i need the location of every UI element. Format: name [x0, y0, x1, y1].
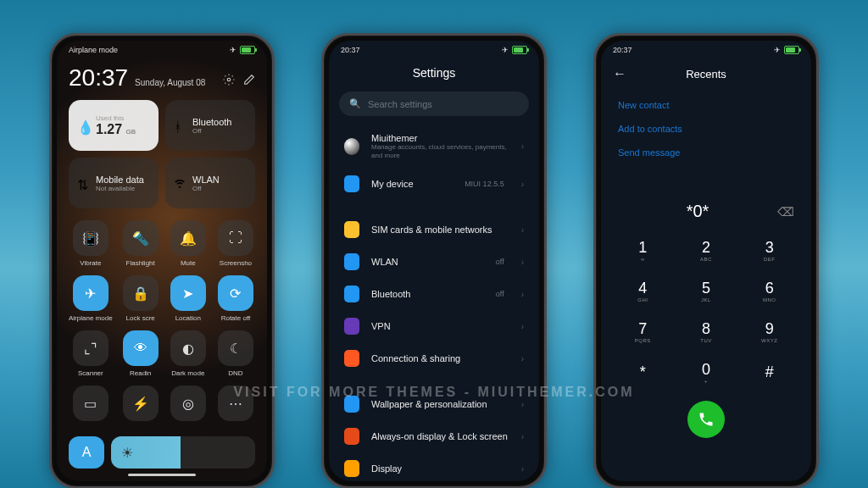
keypad-key[interactable]: 7 PQRS — [611, 311, 675, 352]
keypad-key[interactable]: 2 ABC — [675, 230, 738, 270]
status-bar: 20:37 ✈ — [329, 41, 539, 58]
key-digit: 3 — [765, 239, 774, 257]
keypad-key[interactable]: 1 ∞ — [611, 230, 675, 270]
auto-brightness-toggle[interactable]: A — [69, 436, 104, 469]
edit-icon[interactable] — [243, 74, 255, 86]
keypad-key[interactable]: 9 WXYZ — [737, 311, 801, 352]
keypad-key[interactable]: 3 DEF — [737, 230, 801, 270]
wlan-card[interactable]: WLAN Off — [165, 158, 255, 208]
keypad-key[interactable]: 4 GHI — [611, 270, 675, 311]
keypad-key[interactable]: 5 JKL — [675, 270, 738, 311]
flashlight-icon[interactable]: 🔦 — [123, 220, 159, 256]
scanner-icon[interactable]: ⌞⌝ — [73, 330, 108, 366]
quick-tile[interactable]: ◐ Dark mode — [169, 330, 208, 377]
keypad-key[interactable]: 0 + — [675, 352, 738, 392]
quick-tile[interactable]: 🔒 Lock scre — [121, 275, 160, 322]
status-time: 20:37 — [613, 46, 632, 54]
dialer-action-link[interactable]: New contact — [618, 93, 794, 117]
settings-item[interactable]: My device MIUI 12.5.5 › — [329, 168, 539, 200]
settings-value: MIUI 12.5.5 — [465, 180, 504, 188]
home-indicator[interactable] — [128, 474, 196, 476]
settings-item[interactable]: Always-on display & Lock screen › — [329, 420, 539, 452]
key-digit: 5 — [702, 280, 710, 297]
bluetooth-card[interactable]: ᚼ Bluetooth Off — [165, 100, 255, 151]
quick-tile[interactable]: ▭ — [69, 385, 113, 424]
settings-label: Display — [371, 463, 509, 474]
settings-item[interactable]: Connection & sharing › — [329, 342, 539, 374]
quick-tile[interactable]: 🔦 Flashlight — [121, 220, 160, 267]
hotspot-icon[interactable]: ◎ — [170, 385, 206, 421]
keypad-key[interactable]: 8 TUV — [675, 311, 738, 352]
wifi-icon — [174, 177, 186, 189]
keypad: 1 ∞2 ABC3 DEF4 GHI5 JKL6 MNO7 PQRS8 TUV9… — [601, 230, 811, 392]
dots-icon[interactable]: ⋯ — [218, 385, 253, 421]
account-item[interactable]: Miuithemer Manage accounts, cloud servic… — [329, 125, 539, 168]
settings-item[interactable]: Bluetooth off › — [329, 278, 539, 310]
brightness-slider[interactable]: ☀ — [111, 436, 255, 469]
keypad-key[interactable]: * — [611, 352, 675, 392]
battery-icon — [512, 46, 527, 54]
dnd-icon[interactable]: ☾ — [218, 330, 253, 366]
settings-label: WLAN — [371, 257, 484, 267]
quick-tile[interactable]: ⛶ Screensho — [216, 220, 255, 267]
data-usage-card[interactable]: 💧 Used this 1.27 GB — [69, 100, 159, 151]
settings-item[interactable]: Display › — [329, 452, 539, 481]
key-letters: ∞ — [641, 257, 645, 262]
share-icon — [344, 351, 359, 366]
bell-icon[interactable]: 🔔 — [170, 220, 206, 256]
call-button[interactable] — [687, 401, 725, 438]
lock-icon[interactable]: 🔒 — [123, 275, 159, 311]
airplane-icon: ✈ — [230, 46, 236, 54]
quick-tile[interactable]: 📳 Vibrate — [69, 220, 113, 267]
search-input[interactable]: 🔍 Search settings — [339, 92, 529, 116]
quick-tile[interactable]: ✈ Airplane mode — [69, 275, 113, 322]
key-digit: 0 — [702, 361, 710, 379]
quick-tile[interactable]: 👁 Readin — [121, 330, 160, 377]
settings-item[interactable]: VPN › — [329, 310, 539, 342]
dialer-action-link[interactable]: Add to contacts — [618, 117, 794, 141]
data-icon: ⇅ — [77, 177, 89, 189]
airplane-icon[interactable]: ✈ — [73, 275, 108, 311]
quick-tile[interactable]: ⌞⌝ Scanner — [69, 330, 113, 377]
tile-label: Lock scre — [121, 314, 160, 322]
battery-icon[interactable]: ▭ — [73, 385, 108, 421]
backspace-button[interactable]: ⌫ — [777, 205, 794, 219]
flash-icon[interactable]: ⚡ — [123, 385, 159, 421]
location-icon[interactable]: ➤ — [170, 275, 206, 311]
tile-label: DND — [216, 369, 255, 377]
quick-tile[interactable]: ⚡ — [121, 385, 160, 424]
quick-tile[interactable]: ◎ — [169, 385, 208, 424]
quick-tile[interactable]: ⋯ — [216, 385, 255, 424]
keypad-key[interactable]: # — [737, 352, 801, 392]
quick-tile[interactable]: ➤ Location — [169, 275, 208, 322]
chevron-right-icon: › — [521, 432, 524, 441]
battery-icon — [784, 46, 799, 54]
tile-label: Vibrate — [69, 259, 113, 267]
settings-label: VPN — [371, 321, 509, 331]
phone-control-center: Airplane mode ✈ 20:37 Sunday, August 08 … — [49, 33, 275, 488]
dialer-action-link[interactable]: Send message — [618, 141, 794, 164]
rotate-icon[interactable]: ⟳ — [218, 275, 253, 311]
quick-tile[interactable]: ⟳ Rotate off — [216, 275, 255, 322]
settings-item[interactable]: WLAN off › — [329, 246, 539, 278]
screenshot-icon[interactable]: ⛶ — [218, 220, 253, 256]
settings-item[interactable]: Wallpaper & personalization › — [329, 388, 539, 420]
settings-icon[interactable] — [223, 74, 235, 86]
aod-icon — [344, 429, 359, 444]
tile-label: Mute — [169, 259, 208, 267]
settings-value: off — [496, 258, 504, 266]
status-bar: Airplane mode ✈ — [57, 41, 267, 58]
key-letters: PQRS — [635, 338, 651, 343]
battery-icon — [240, 46, 255, 54]
keypad-key[interactable]: 6 MNO — [737, 270, 801, 311]
tile-label: Scanner — [69, 369, 113, 377]
quick-tile[interactable]: ☾ DND — [216, 330, 255, 377]
reading-icon[interactable]: 👁 — [123, 330, 159, 366]
sun-icon: ☀ — [121, 445, 133, 461]
tile-label: Airplane mode — [69, 314, 113, 322]
darkmode-icon[interactable]: ◐ — [170, 330, 206, 366]
vibrate-icon[interactable]: 📳 — [73, 220, 108, 256]
settings-item[interactable]: SIM cards & mobile networks › — [329, 214, 539, 246]
mobile-data-card[interactable]: ⇅ Mobile data Not available — [69, 158, 159, 208]
quick-tile[interactable]: 🔔 Mute — [169, 220, 208, 267]
